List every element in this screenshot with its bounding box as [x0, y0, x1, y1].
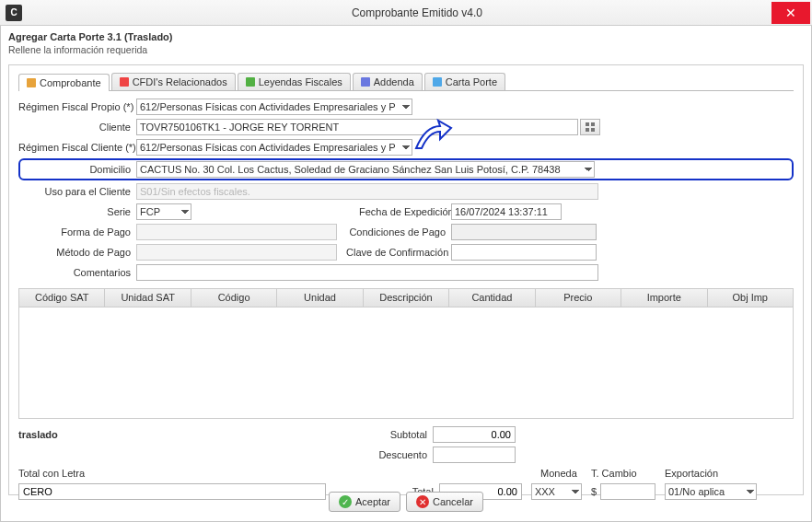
tab-cartaporte[interactable]: Carta Porte	[424, 73, 505, 90]
form-area: Régimen Fiscal Propio (*) 612/Personas F…	[18, 95, 794, 284]
doc-icon	[27, 78, 36, 87]
tab-label: Comprobante	[40, 77, 101, 88]
cliente-input[interactable]	[136, 119, 578, 135]
tab-label: CFDI's Relacionados	[133, 76, 227, 87]
items-grid: Código SAT Unidad SAT Código Unidad Desc…	[18, 288, 794, 419]
condiciones-input	[451, 224, 597, 240]
page-subtitle: Rellene la información requerida	[8, 44, 804, 55]
metodo-pago-select	[136, 244, 337, 261]
traslado-label: traslado	[18, 429, 58, 440]
app-icon: C	[6, 5, 22, 21]
forma-pago-label: Forma de Pago	[18, 226, 136, 238]
comentarios-input[interactable]	[136, 264, 598, 281]
plugin-icon	[361, 77, 370, 87]
window-body: Agregar Carta Porte 3.1 (Traslado) Relle…	[0, 26, 812, 522]
descuento-label: Descuento	[369, 449, 433, 460]
footer-buttons: ✓ Aceptar ✕ Cancelar	[1, 492, 811, 512]
total-letra-label: Total con Letra	[18, 468, 85, 479]
accept-label: Aceptar	[355, 496, 390, 507]
cliente-label: Cliente	[18, 122, 136, 133]
clave-conf-input[interactable]	[451, 244, 597, 261]
tab-comprobante[interactable]: Comprobante	[18, 74, 110, 91]
page-title: Agregar Carta Porte 3.1 (Traslado)	[8, 31, 804, 42]
main-panel: Comprobante CFDI's Relacionados Leyendas…	[8, 64, 804, 495]
grid-body[interactable]	[19, 307, 793, 418]
col-codigo-sat[interactable]: Código SAT	[19, 289, 105, 307]
col-cantidad[interactable]: Cantidad	[449, 289, 535, 307]
clave-conf-label: Clave de Confirmación	[337, 247, 451, 258]
window-title: Comprobante Emitido v4.0	[22, 6, 812, 19]
cambio-header: T. Cambio	[591, 468, 665, 479]
regimen-cliente-label: Régimen Fiscal Cliente (*)	[18, 142, 136, 153]
col-descripcion[interactable]: Descripción	[364, 289, 449, 307]
domicilio-select[interactable]: CACTUS No. 30 Col. Los Cactus, Soledad d…	[136, 161, 595, 178]
serie-label: Serie	[18, 206, 136, 217]
cancel-label: Cancelar	[433, 496, 473, 507]
regimen-propio-select[interactable]: 612/Personas Físicas con Actividades Emp…	[136, 99, 412, 115]
link-icon	[120, 77, 129, 87]
col-precio[interactable]: Precio	[536, 289, 621, 307]
titlebar: C Comprobante Emitido v4.0 ✕	[0, 0, 812, 26]
domicilio-highlight: Domicilio CACTUS No. 30 Col. Los Cactus,…	[18, 158, 794, 180]
condiciones-label: Condiciones de Pago	[337, 226, 451, 238]
uso-label: Uso para el Cliente	[18, 186, 136, 197]
moneda-header: Moneda	[540, 468, 591, 479]
subtotal-label: Subtotal	[381, 429, 433, 440]
export-header: Exportación	[665, 468, 757, 479]
svg-rect-3	[591, 128, 595, 132]
forma-pago-select	[136, 224, 337, 240]
tab-leyendas[interactable]: Leyendas Fiscales	[238, 73, 351, 90]
close-button[interactable]: ✕	[771, 2, 810, 24]
tab-label: Addenda	[374, 76, 414, 87]
col-unidad[interactable]: Unidad	[277, 289, 363, 307]
tab-addenda[interactable]: Addenda	[353, 73, 423, 90]
col-importe[interactable]: Importe	[621, 289, 707, 307]
uso-select: S01/Sin efectos fiscales.	[136, 183, 598, 200]
tab-label: Leyendas Fiscales	[259, 76, 342, 87]
x-icon: ✕	[416, 495, 429, 508]
accept-button[interactable]: ✓ Aceptar	[329, 492, 400, 512]
descuento-value[interactable]	[433, 447, 516, 463]
cliente-search-button[interactable]	[580, 119, 600, 135]
col-unidad-sat[interactable]: Unidad SAT	[105, 289, 191, 307]
book-icon	[246, 77, 255, 87]
tab-cfdis[interactable]: CFDI's Relacionados	[111, 73, 236, 90]
totals-area: traslado Subtotal Descuento Total con Le…	[18, 424, 794, 502]
truck-icon	[433, 77, 442, 87]
subtotal-value	[433, 426, 516, 443]
tab-label: Carta Porte	[446, 76, 497, 87]
svg-rect-2	[586, 128, 589, 132]
fecha-input[interactable]	[451, 203, 562, 220]
domicilio-label: Domicilio	[22, 164, 136, 175]
tabs: Comprobante CFDI's Relacionados Leyendas…	[18, 73, 794, 91]
regimen-propio-label: Régimen Fiscal Propio (*)	[18, 101, 136, 112]
grid-header: Código SAT Unidad SAT Código Unidad Desc…	[19, 289, 793, 307]
svg-rect-1	[591, 122, 595, 126]
header-bar: Agregar Carta Porte 3.1 (Traslado) Relle…	[1, 26, 811, 63]
serie-select[interactable]: FCP	[136, 203, 191, 220]
check-icon: ✓	[339, 495, 352, 508]
col-objimp[interactable]: Obj Imp	[708, 289, 793, 307]
regimen-cliente-select[interactable]: 612/Personas Físicas con Actividades Emp…	[136, 139, 412, 156]
comentarios-label: Comentarios	[18, 267, 136, 278]
cancel-button[interactable]: ✕ Cancelar	[406, 492, 483, 512]
grid-icon	[586, 122, 595, 132]
svg-rect-0	[586, 122, 589, 126]
fecha-label: Fecha de Expedición	[350, 206, 451, 217]
col-codigo[interactable]: Código	[191, 289, 277, 307]
metodo-pago-label: Método de Pago	[18, 247, 136, 258]
